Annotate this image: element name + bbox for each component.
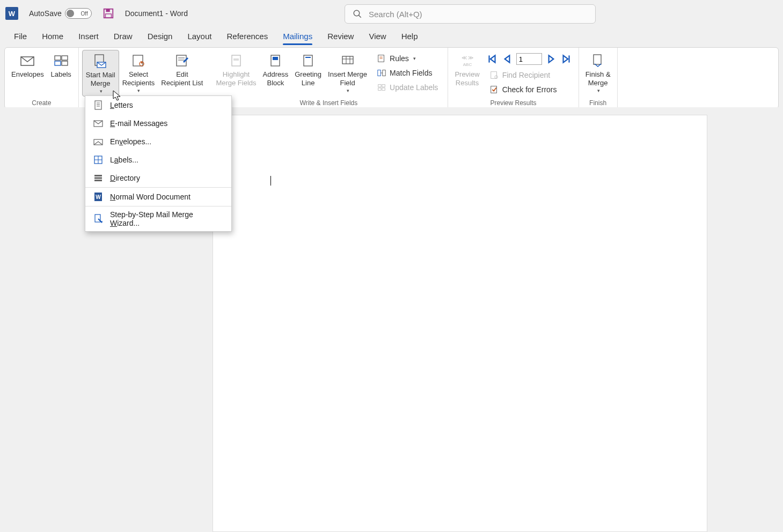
ribbon-tabs: File Home Insert Draw Design Layout Refe… — [0, 27, 783, 45]
svg-rect-36 — [378, 88, 381, 91]
labels-label: Labels — [51, 70, 71, 79]
start-mail-merge-icon — [92, 53, 109, 70]
tab-layout[interactable]: Layout — [180, 28, 219, 44]
dropdown-email[interactable]: E-mail Messages — [85, 114, 231, 132]
select-recipients-button[interactable]: Select Recipients▾ — [119, 50, 158, 95]
svg-marker-41 — [490, 55, 495, 62]
finish-merge-button[interactable]: Finish & Merge▾ — [582, 50, 614, 95]
tab-mailings[interactable]: Mailings — [275, 28, 320, 44]
tab-review[interactable]: Review — [320, 28, 361, 44]
tab-view[interactable]: View — [361, 28, 393, 44]
dropdown-item-label: Envelopes... — [110, 137, 151, 146]
svg-rect-50 — [95, 101, 101, 109]
update-labels-button[interactable]: Update Labels — [374, 81, 441, 94]
check-errors-button[interactable]: Check for Errors — [486, 83, 572, 96]
chevron-down-icon: ▾ — [597, 88, 600, 93]
svg-text:≪ ≫: ≪ ≫ — [461, 55, 473, 61]
word-doc-icon: W — [93, 191, 104, 202]
dropdown-item-label: Labels... — [110, 156, 138, 164]
save-icon[interactable] — [103, 8, 114, 19]
svg-text:W: W — [96, 194, 101, 200]
start-mail-merge-label: Start Mail Merge — [86, 71, 115, 88]
address-block-label: Address Block — [263, 70, 289, 88]
svg-rect-32 — [383, 70, 385, 76]
check-errors-label: Check for Errors — [502, 85, 557, 94]
insert-merge-field-button[interactable]: Insert Merge Field▾ — [325, 50, 370, 95]
next-record-button[interactable] — [545, 53, 557, 65]
svg-rect-21 — [273, 57, 278, 60]
svg-rect-2 — [105, 14, 111, 18]
labels-button[interactable]: Labels — [47, 50, 75, 81]
svg-marker-43 — [548, 55, 553, 62]
rules-label: Rules — [390, 54, 409, 63]
svg-rect-48 — [491, 86, 496, 93]
group-preview-results: ≪ ≫ABC Preview Results Find Recipient — [448, 48, 579, 108]
svg-rect-46 — [491, 72, 496, 79]
dropdown-normal-word[interactable]: W Normal Word Document — [85, 188, 231, 206]
svg-marker-44 — [563, 55, 568, 62]
tab-help[interactable]: Help — [394, 28, 426, 44]
find-recipient-label: Find Recipient — [502, 71, 551, 79]
word-app-icon: W — [5, 7, 18, 20]
wizard-icon — [93, 213, 104, 224]
dropdown-directory[interactable]: Directory — [85, 169, 231, 187]
dropdown-envelopes[interactable]: Envelopes... — [85, 132, 231, 151]
greeting-line-button[interactable]: Greeting Line — [291, 50, 325, 90]
tab-file[interactable]: File — [6, 28, 34, 44]
record-number-input[interactable] — [516, 53, 542, 65]
svg-point-3 — [354, 10, 360, 16]
find-recipient-button[interactable]: Find Recipient — [486, 69, 572, 82]
tab-home[interactable]: Home — [34, 28, 71, 44]
autosave-toggle[interactable]: Off — [65, 8, 92, 19]
first-record-button[interactable] — [486, 53, 498, 65]
svg-rect-59 — [94, 175, 102, 176]
edit-recipient-list-label: Edit Recipient List — [161, 70, 203, 88]
directory-icon — [93, 173, 104, 183]
svg-rect-61 — [94, 180, 102, 181]
chevron-down-icon: ▾ — [413, 56, 416, 61]
search-box[interactable]: Search (Alt+Q) — [345, 4, 596, 24]
preview-results-button[interactable]: ≪ ≫ABC Preview Results — [451, 50, 482, 90]
chevron-down-icon: ▾ — [347, 88, 349, 93]
check-errors-icon — [489, 85, 499, 94]
title-bar: W AutoSave Off Document1 - Word Search (… — [0, 0, 783, 27]
svg-rect-1 — [106, 9, 109, 12]
find-recipient-icon — [489, 70, 499, 80]
address-block-button[interactable]: Address Block — [260, 50, 292, 90]
svg-rect-8 — [55, 61, 61, 65]
prev-record-button[interactable] — [501, 53, 513, 65]
svg-rect-19 — [233, 58, 239, 61]
chevron-down-icon: ▾ — [137, 88, 140, 93]
greeting-line-icon — [299, 52, 317, 69]
envelopes-label: Envelopes — [11, 70, 44, 79]
finish-merge-icon — [589, 52, 606, 69]
svg-line-4 — [358, 15, 361, 18]
svg-text:ABC: ABC — [463, 62, 472, 67]
tab-references[interactable]: References — [219, 28, 275, 44]
tab-draw[interactable]: Draw — [106, 28, 140, 44]
select-recipients-label: Select Recipients — [122, 70, 155, 88]
greeting-line-label: Greeting Line — [295, 70, 321, 88]
svg-rect-49 — [594, 55, 601, 64]
rules-button[interactable]: Rules▾ — [374, 52, 441, 65]
dropdown-letters[interactable]: Letters — [85, 96, 231, 114]
autosave-knob — [67, 10, 74, 17]
chevron-down-icon: ▾ — [100, 88, 103, 94]
highlight-merge-fields-button[interactable]: Highlight Merge Fields — [213, 50, 259, 90]
tab-insert[interactable]: Insert — [71, 28, 106, 44]
dropdown-wizard[interactable]: Step-by-Step Mail Merge Wizard... — [85, 206, 231, 231]
edit-recipient-list-button[interactable]: Edit Recipient List — [158, 50, 206, 90]
autosave-state: Off — [81, 11, 88, 17]
tab-design[interactable]: Design — [140, 28, 180, 44]
document-page[interactable] — [213, 115, 707, 532]
svg-rect-31 — [378, 70, 380, 76]
dropdown-item-label: Letters — [110, 101, 133, 109]
dropdown-labels[interactable]: Labels... — [85, 151, 231, 169]
match-fields-button[interactable]: Match Fields — [374, 66, 441, 79]
dropdown-item-label: Directory — [110, 174, 140, 182]
svg-point-47 — [495, 76, 497, 78]
last-record-button[interactable] — [560, 53, 572, 65]
start-mail-merge-button[interactable]: Start Mail Merge▾ — [82, 50, 119, 97]
envelopes-button[interactable]: Envelopes — [8, 50, 47, 81]
address-block-icon — [267, 52, 284, 69]
